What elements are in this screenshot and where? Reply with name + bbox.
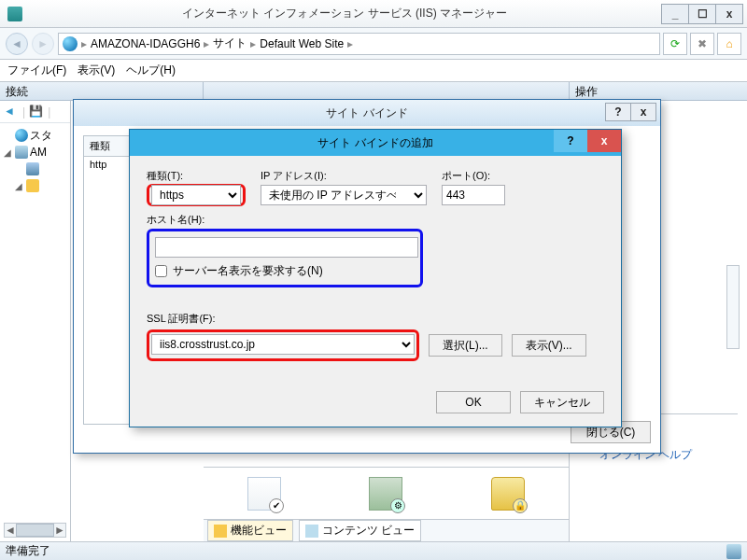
menu-help[interactable]: ヘルプ(H) — [126, 63, 176, 78]
require-sni-label: サーバー名表示を要求する(N) — [173, 263, 323, 279]
ok-button[interactable]: OK — [436, 391, 511, 413]
site-bindings-titlebar: サイト バインド ? x — [74, 100, 660, 126]
breadcrumb-bar[interactable]: ▸ AMAZONA-IDAGGH6 ▸ サイト ▸ Default Web Si… — [58, 33, 660, 55]
tab-content-view[interactable]: コンテンツ ビュー — [299, 520, 421, 541]
status-bar: 準備完了 — [0, 541, 747, 560]
connections-toolbar: ◄ | 💾 | — [0, 101, 70, 123]
refresh-button[interactable]: ⟳ — [663, 33, 687, 55]
add-binding-title: サイト バインドの追加 — [317, 135, 432, 151]
window-close-button[interactable]: x — [715, 4, 743, 24]
crumb-sites[interactable]: サイト — [213, 35, 247, 51]
nav-back-button[interactable]: ◄ — [6, 33, 28, 55]
dialog-close-button[interactable]: x — [587, 130, 621, 152]
save-icon[interactable]: 💾 — [29, 105, 44, 119]
hostname-highlight: サーバー名表示を要求する(N) — [147, 229, 423, 287]
refresh-icon: ⟳ — [670, 37, 680, 50]
nav-forward-button[interactable]: ► — [32, 33, 54, 55]
connections-header: 接続 — [0, 82, 204, 100]
connections-tree[interactable]: スタ ◢AM ◢ — [0, 123, 70, 198]
chevron-right-icon: ▸ — [347, 37, 353, 50]
ssl-select-button[interactable]: 選択(L)... — [429, 334, 502, 357]
menu-bar: ファイル(F) 表示(V) ヘルプ(H) — [0, 60, 747, 82]
tree-server-node[interactable]: ◢AM — [2, 144, 68, 161]
chevron-right-icon: ▸ — [204, 37, 209, 50]
actions-header: 操作 — [570, 82, 747, 100]
add-site-binding-dialog: サイト バインドの追加 ? x 種類(T): https IP アドレス(I): — [129, 129, 622, 427]
connections-pane: ◄ | 💾 | スタ ◢AM ◢ ◄ ► — [0, 101, 71, 541]
port-input[interactable] — [442, 185, 505, 205]
tree-app-pools[interactable] — [2, 161, 68, 177]
address-row: ◄ ► ▸ AMAZONA-IDAGGH6 ▸ サイト ▸ Default We… — [0, 28, 747, 60]
dialog-help-button[interactable]: ? — [554, 130, 587, 152]
binding-type-select[interactable]: https — [151, 185, 241, 205]
dialog-close-button[interactable]: x — [630, 103, 656, 121]
status-icon — [726, 544, 741, 559]
site-bindings-title: サイト バインド — [326, 105, 407, 121]
window-minimize-button[interactable]: _ — [661, 4, 689, 24]
check-badge-icon: ✔ — [269, 498, 284, 513]
ssl-cert-highlight: iis8.crosstrust.co.jp — [147, 329, 419, 361]
tree-start-page[interactable]: スタ — [2, 127, 68, 144]
gear-badge-icon: ⚙ — [390, 498, 405, 513]
window-titlebar: インターネット インフォメーション サービス (IIS) マネージャー _ ☐ … — [0, 0, 747, 28]
feature-icon[interactable]: ✔ — [247, 477, 281, 511]
dialog-help-button[interactable]: ? — [605, 103, 631, 121]
ssl-cert-select[interactable]: iis8.crosstrust.co.jp — [151, 334, 415, 355]
scroll-thumb[interactable] — [16, 524, 54, 537]
home-button[interactable]: ⌂ — [717, 33, 741, 55]
window-title: インターネット インフォメーション サービス (IIS) マネージャー — [28, 6, 661, 21]
hostname-input[interactable] — [155, 237, 418, 258]
ssl-view-button[interactable]: 表示(V)... — [512, 334, 586, 357]
status-text: 準備完了 — [6, 543, 50, 559]
chevron-right-icon: ▸ — [81, 37, 87, 50]
content-icon — [305, 525, 318, 538]
app-icon — [7, 7, 22, 21]
require-sni-checkbox[interactable] — [155, 265, 167, 277]
feature-icon[interactable]: 🔒 — [491, 477, 525, 511]
globe-icon — [63, 36, 78, 51]
panel-header-row: 接続 操作 — [0, 82, 747, 101]
menu-view[interactable]: 表示(V) — [78, 63, 115, 78]
ssl-cert-label: SSL 証明書(F): — [147, 313, 216, 324]
view-tabs: 機能ビュー コンテンツ ビュー — [204, 519, 569, 541]
scroll-left-icon[interactable]: ◄ — [5, 524, 16, 537]
tree-sites-node[interactable]: ◢ — [2, 177, 68, 194]
home-icon: ⌂ — [726, 37, 732, 50]
window-maximize-button[interactable]: ☐ — [688, 4, 716, 24]
type-label: 種類(T): — [147, 169, 246, 183]
tab-features-view[interactable]: 機能ビュー — [207, 520, 293, 541]
chevron-right-icon: ▸ — [250, 37, 256, 50]
tree-horizontal-scrollbar[interactable]: ◄ ► — [4, 523, 66, 538]
hostname-label: ホスト名(H): — [147, 214, 204, 225]
cancel-button[interactable]: キャンセル — [520, 391, 604, 413]
actions-scrollbar[interactable] — [726, 265, 740, 349]
feature-icons-row: ✔ ⚙ 🔒 — [204, 467, 569, 519]
menu-file[interactable]: ファイル(F) — [7, 63, 66, 78]
type-highlight: https — [147, 184, 246, 206]
stop-icon: ✖ — [698, 37, 707, 50]
scroll-right-icon[interactable]: ► — [54, 524, 65, 537]
back-icon[interactable]: ◄ — [4, 105, 19, 119]
port-label: ポート(O): — [442, 169, 505, 183]
ip-label: IP アドレス(I): — [261, 169, 427, 183]
lock-badge-icon: 🔒 — [513, 498, 528, 513]
feature-icon[interactable]: ⚙ — [369, 477, 402, 511]
add-binding-titlebar: サイト バインドの追加 ? x — [130, 130, 621, 156]
features-icon — [214, 525, 227, 538]
ip-address-select[interactable]: 未使用の IP アドレスすべて — [261, 185, 427, 205]
stop-button[interactable]: ✖ — [690, 33, 714, 55]
crumb-server[interactable]: AMAZONA-IDAGGH6 — [91, 37, 200, 50]
crumb-site[interactable]: Default Web Site — [260, 37, 344, 50]
